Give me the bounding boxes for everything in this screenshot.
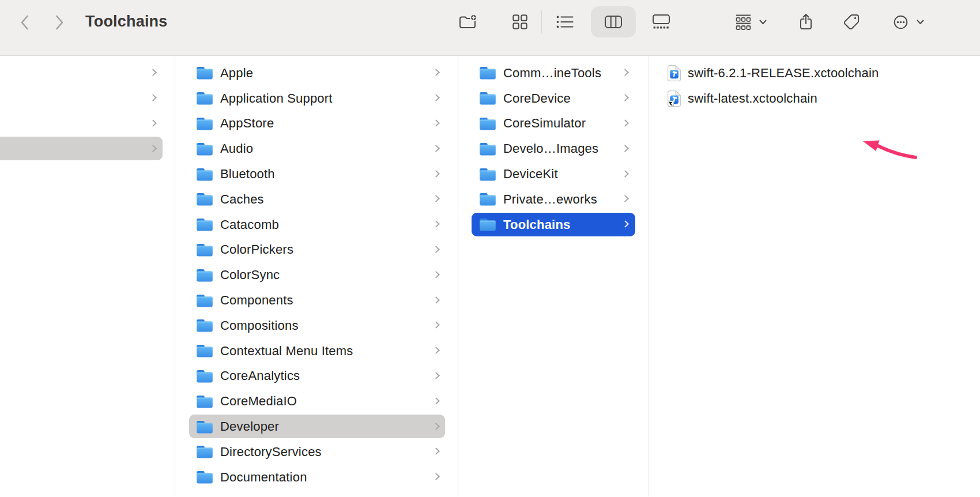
tag-icon: [843, 14, 860, 30]
chevron-left-icon: [19, 14, 31, 31]
folder-row-colorsync[interactable]: ColorSync: [175, 262, 458, 288]
toolbar-more-button[interactable]: [888, 11, 913, 33]
item-label: CoreMediaIO: [220, 394, 297, 409]
item-label: Contextual Menu Items: [220, 344, 353, 359]
alias-toolchain-file-icon: [668, 91, 681, 107]
folder-row-application-support[interactable]: Application Support: [175, 86, 458, 111]
item-label: DeviceKit: [503, 167, 558, 182]
disclosure-chevron-icon: [432, 94, 440, 101]
toolbar-group-dropdown-chevron[interactable]: [758, 18, 767, 26]
parent-folder-row[interactable]: [0, 61, 175, 86]
item-label: Develo…Images: [503, 141, 598, 156]
grid-icon: [512, 14, 527, 29]
parent-folder-row[interactable]: [0, 86, 175, 111]
folder-icon: [196, 66, 213, 80]
item-label: Catacomb: [220, 217, 279, 232]
folder-row-coredevice[interactable]: CoreDevice: [458, 86, 649, 111]
column-parent: [0, 56, 175, 496]
item-label: ColorSync: [220, 268, 280, 283]
folder-row-directoryservices[interactable]: DirectoryServices: [175, 439, 458, 465]
file-row-swift-6-2-1-release-xctoolchain[interactable]: swift-6.2.1-RELEASE.xctoolchain: [649, 61, 980, 86]
folder-icon: [479, 66, 496, 80]
disclosure-chevron-icon: [621, 119, 629, 127]
folder-row-bluetooth[interactable]: Bluetooth: [175, 161, 458, 187]
parent-folder-row[interactable]: [0, 136, 175, 161]
file-row-swift-latest-xctoolchain[interactable]: swift-latest.xctoolchain: [649, 86, 980, 111]
folder-row-coreanalytics[interactable]: CoreAnalytics: [175, 364, 458, 389]
gallery-icon: [653, 14, 670, 29]
item-label: AppStore: [220, 116, 274, 131]
folder-plus-icon: [458, 14, 478, 30]
item-label: swift-6.2.1-RELEASE.xctoolchain: [688, 66, 879, 81]
column-library: AppleApplication SupportAppStoreAudioBlu…: [175, 56, 458, 496]
folder-row-catacomb[interactable]: Catacomb: [175, 212, 458, 238]
folder-row-toolchains[interactable]: Toolchains: [458, 212, 649, 238]
toolchain-file-icon: [668, 65, 681, 81]
folder-icon: [196, 142, 213, 156]
folder-row-coresimulator[interactable]: CoreSimulator: [458, 111, 649, 137]
folder-row-comm-inetools[interactable]: Comm…ineTools: [458, 61, 649, 86]
alias-arrow-badge: [668, 101, 674, 106]
folder-icon: [196, 495, 213, 496]
ellipsis-circle-icon: [894, 15, 908, 29]
item-label: Caches: [220, 192, 264, 207]
toolbar-new-folder-button[interactable]: [455, 11, 481, 33]
folder-row-documentation[interactable]: Documentation: [175, 465, 458, 490]
back-button[interactable]: [17, 14, 32, 31]
chevron-down-icon: [917, 20, 924, 25]
folder-row-colorpickers[interactable]: ColorPickers: [175, 238, 458, 263]
folder-row-audio[interactable]: Audio: [175, 136, 458, 161]
finder-window: Toolchains AppleApplication SupportAppSt…: [0, 0, 980, 496]
item-label: Documentation: [220, 470, 307, 485]
folder-icon: [196, 243, 213, 257]
folder-row-compositions[interactable]: Compositions: [175, 313, 458, 338]
folder-icon: [196, 470, 213, 484]
disclosure-chevron-icon: [432, 347, 440, 354]
disclosure-chevron-icon: [149, 94, 157, 101]
folder-icon: [196, 318, 213, 333]
folder-row-partial[interactable]: [175, 490, 458, 496]
disclosure-chevron-icon: [432, 321, 440, 329]
folder-row-private-eworks[interactable]: Private…eworks: [458, 187, 649, 212]
group-grid-icon: [736, 14, 751, 30]
item-label: DirectoryServices: [220, 445, 322, 460]
toolbar-tags-button[interactable]: [839, 11, 864, 33]
folder-row-caches[interactable]: Caches: [175, 187, 458, 212]
item-label: Bluetooth: [220, 167, 275, 182]
folder-row-devicekit[interactable]: DeviceKit: [458, 161, 649, 187]
toolbar-gallery-view-button[interactable]: [649, 11, 674, 33]
disclosure-chevron-icon: [149, 119, 157, 127]
item-label: Developer: [220, 419, 279, 434]
toolbar-column-view-button[interactable]: [601, 11, 626, 33]
toolbar-more-dropdown-chevron[interactable]: [915, 18, 925, 26]
parent-folder-row[interactable]: [0, 111, 175, 137]
toolbar: Toolchains: [0, 0, 980, 56]
item-label: Audio: [220, 141, 253, 156]
folder-row-contextual-menu-items[interactable]: Contextual Menu Items: [175, 338, 458, 364]
folder-icon: [196, 268, 213, 283]
folder-row-developer[interactable]: Developer: [175, 414, 458, 439]
column-developer: Comm…ineToolsCoreDeviceCoreSimulatorDeve…: [458, 56, 649, 496]
disclosure-chevron-icon: [432, 220, 440, 228]
item-label: Application Support: [220, 91, 333, 106]
columns-icon: [605, 16, 622, 28]
forward-button[interactable]: [52, 14, 67, 31]
toolbar-group-button[interactable]: [730, 11, 756, 33]
folder-row-appstore[interactable]: AppStore: [175, 111, 458, 137]
folder-icon: [196, 445, 213, 459]
toolbar-separator: [541, 10, 542, 33]
toolbar-list-view-button[interactable]: [552, 11, 578, 33]
toolbar-share-button[interactable]: [793, 11, 819, 33]
chevron-right-icon: [54, 14, 65, 31]
folder-row-coremediaio[interactable]: CoreMediaIO: [175, 389, 458, 414]
item-label: CoreAnalytics: [220, 368, 300, 383]
column-toolchains: swift-6.2.1-RELEASE.xctoolchainswift-lat…: [649, 56, 980, 496]
folder-row-apple[interactable]: Apple: [175, 61, 458, 86]
folder-row-components[interactable]: Components: [175, 288, 458, 313]
disclosure-chevron-icon: [621, 170, 629, 178]
toolbar-icon-view-button[interactable]: [507, 11, 533, 33]
disclosure-chevron-icon: [621, 69, 629, 77]
folder-icon: [196, 369, 213, 383]
folder-icon: [196, 116, 213, 131]
folder-row-develo-images[interactable]: Develo…Images: [458, 136, 649, 161]
